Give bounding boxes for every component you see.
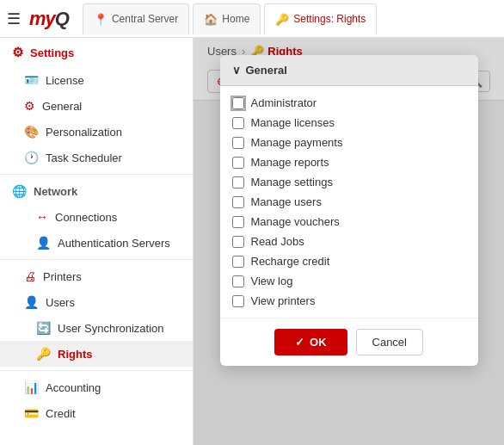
modal-body: Administrator Manage licenses Manage pay… <box>220 86 478 318</box>
manage-payments-label: Manage payments <box>251 136 343 149</box>
main-layout: ⚙ Settings 🪪 License ⚙ General 🎨 Persona… <box>0 38 504 445</box>
license-icon: 🪪 <box>24 73 39 87</box>
app-logo: myQ <box>29 8 69 30</box>
clock-icon: 🕐 <box>24 151 39 164</box>
manage-vouchers-label: Manage vouchers <box>251 215 340 228</box>
ok-button[interactable]: ✓ OK <box>274 329 347 355</box>
checkbox-manage-payments[interactable]: Manage payments <box>232 133 466 152</box>
manage-licenses-checkbox[interactable] <box>232 117 244 129</box>
accounting-icon: 📊 <box>24 380 39 394</box>
checkbox-read-jobs[interactable]: Read Jobs <box>232 232 466 251</box>
manage-settings-label: Manage settings <box>251 176 333 189</box>
sidebar-item-auth-servers[interactable]: 👤 Authentication Servers <box>0 230 193 256</box>
sidebar-divider-2 <box>0 259 193 260</box>
manage-licenses-label: Manage licenses <box>251 116 335 129</box>
sidebar-settings-header[interactable]: ⚙ Settings <box>0 38 193 67</box>
read-jobs-label: Read Jobs <box>251 235 304 248</box>
recharge-credit-label: Recharge credit <box>251 255 330 268</box>
gear-icon: ⚙ <box>24 99 35 113</box>
sidebar-item-user-sync[interactable]: 🔄 User Synchronization <box>0 315 193 341</box>
auth-icon: 👤 <box>36 236 51 250</box>
key-icon: 🔑 <box>275 13 289 26</box>
sidebar-divider-3 <box>0 370 193 371</box>
manage-users-checkbox[interactable] <box>232 196 244 208</box>
checkbox-manage-settings[interactable]: Manage settings <box>232 172 466 192</box>
manage-settings-checkbox[interactable] <box>232 176 244 189</box>
checkbox-administrator[interactable]: Administrator <box>232 93 466 113</box>
view-log-label: View log <box>251 275 293 287</box>
sidebar-divider-1 <box>0 174 193 175</box>
read-jobs-checkbox[interactable] <box>232 236 244 248</box>
manage-users-label: Manage users <box>251 195 322 208</box>
view-printers-checkbox[interactable] <box>232 295 244 307</box>
cancel-button[interactable]: Cancel <box>356 329 423 355</box>
checkbox-manage-reports[interactable]: Manage reports <box>232 152 466 172</box>
tab-home[interactable]: 🏠 Home <box>193 3 261 34</box>
credit-icon: 💳 <box>24 406 39 420</box>
home-icon: 🏠 <box>204 13 218 26</box>
checkbox-manage-licenses[interactable]: Manage licenses <box>232 113 466 133</box>
personalization-icon: 🎨 <box>24 125 39 139</box>
tab-settings-rights[interactable]: 🔑 Settings: Rights <box>264 3 377 34</box>
sidebar-group-network[interactable]: 🌐 Network <box>0 178 193 204</box>
manage-vouchers-checkbox[interactable] <box>232 216 244 228</box>
sidebar-item-personalization[interactable]: 🎨 Personalization <box>0 119 193 145</box>
rights-icon: 🔑 <box>36 347 51 361</box>
checkbox-manage-users[interactable]: Manage users <box>232 192 466 212</box>
manage-reports-label: Manage reports <box>251 156 329 169</box>
connections-icon: ↔ <box>36 210 48 224</box>
sidebar-item-credit[interactable]: 💳 Credit <box>0 400 193 426</box>
checkbox-view-printers[interactable]: View printers <box>232 291 466 311</box>
sidebar-item-task-scheduler[interactable]: 🕐 Task Scheduler <box>0 145 193 170</box>
sidebar-item-connections[interactable]: ↔ Connections <box>0 204 193 230</box>
checkbox-recharge-credit[interactable]: Recharge credit <box>232 251 466 271</box>
sidebar-item-accounting[interactable]: 📊 Accounting <box>0 374 193 400</box>
topbar: ☰ myQ 📍 Central Server 🏠 Home 🔑 Settings… <box>0 0 504 38</box>
administrator-label: Administrator <box>251 96 317 109</box>
users-icon: 👤 <box>24 295 39 309</box>
rights-modal: ∨ General Administrator Manage licenses … <box>220 55 478 366</box>
modal-section-header[interactable]: ∨ General <box>220 55 478 86</box>
manage-reports-checkbox[interactable] <box>232 157 244 169</box>
tab-central-server[interactable]: 📍 Central Server <box>83 3 189 34</box>
network-icon: 🌐 <box>12 184 27 198</box>
location-icon: 📍 <box>94 13 108 26</box>
modal-overlay: ∨ General Administrator Manage licenses … <box>194 38 504 445</box>
checkbox-manage-vouchers[interactable]: Manage vouchers <box>232 212 466 232</box>
administrator-checkbox[interactable] <box>232 97 244 109</box>
sidebar-item-rights[interactable]: 🔑 Rights <box>0 341 193 367</box>
view-log-checkbox[interactable] <box>232 275 244 287</box>
hamburger-icon[interactable]: ☰ <box>7 9 21 28</box>
content-area: Users › 🔑 Rights ⊕ Add User ✏ 🗑 <box>194 38 504 445</box>
view-printers-label: View printers <box>251 294 316 307</box>
sidebar-item-printers[interactable]: 🖨 Printers <box>0 263 193 289</box>
modal-footer: ✓ OK Cancel <box>220 318 478 366</box>
manage-payments-checkbox[interactable] <box>232 137 244 149</box>
chevron-down-icon: ∨ <box>232 64 241 77</box>
recharge-credit-checkbox[interactable] <box>232 256 244 268</box>
sync-icon: 🔄 <box>36 321 51 335</box>
sidebar-item-users[interactable]: 👤 Users <box>0 289 193 315</box>
sidebar: ⚙ Settings 🪪 License ⚙ General 🎨 Persona… <box>0 38 194 445</box>
sidebar-item-license[interactable]: 🪪 License <box>0 67 193 93</box>
sidebar-item-general[interactable]: ⚙ General <box>0 93 193 119</box>
checkmark-icon: ✓ <box>295 336 304 349</box>
printer-icon: 🖨 <box>24 269 36 283</box>
settings-icon: ⚙ <box>12 45 23 60</box>
checkbox-view-log[interactable]: View log <box>232 271 466 291</box>
